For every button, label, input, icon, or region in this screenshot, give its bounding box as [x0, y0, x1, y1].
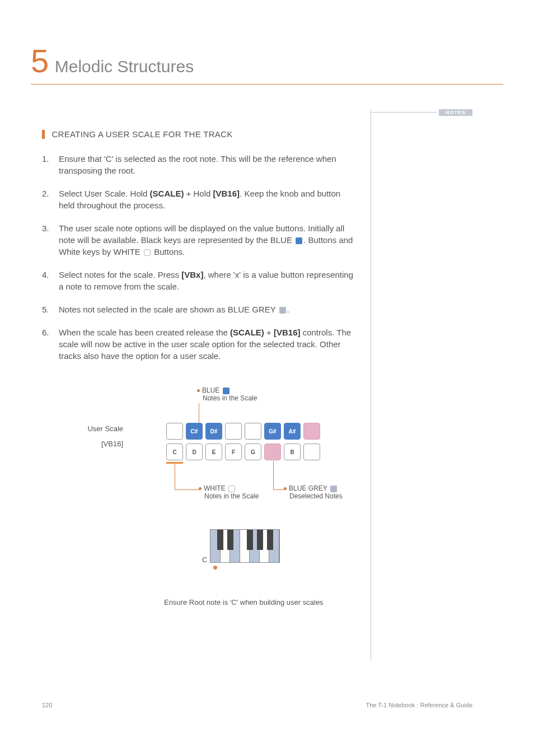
section-title: CREATING A USER SCALE FOR THE TRACK — [51, 129, 232, 139]
callout-grey-title: BLUE GREY — [289, 484, 327, 492]
vbx-control: [VBx] — [181, 270, 203, 279]
scale-button — [303, 444, 320, 460]
callout-white-title: WHITE — [204, 484, 226, 492]
step-1-text: Ensure that 'C' is selected as the root … — [59, 154, 336, 175]
scale-button: D# — [205, 423, 222, 440]
step-2: Select User Scale. Hold (SCALE) + Hold [… — [42, 188, 358, 211]
scale-button: C# — [186, 423, 203, 440]
mini-root-dot-icon — [213, 566, 217, 570]
scale-button — [264, 444, 281, 460]
black-key — [227, 530, 233, 550]
scale-button — [303, 423, 320, 440]
page-number: 120 — [42, 702, 52, 708]
vb16-label: [VB16] — [73, 440, 123, 448]
grey-swatch-icon — [279, 307, 286, 314]
notes-tab: NOTES — [439, 109, 472, 116]
step-2-c: + Hold — [184, 189, 213, 198]
white-swatch-icon — [228, 486, 235, 492]
callout-grey-sub: Deselected Notes — [289, 492, 343, 500]
scale-button: B — [284, 444, 301, 460]
scale-control: (SCALE) — [150, 189, 184, 198]
blue-swatch-icon — [296, 237, 302, 244]
step-1: Ensure that 'C' is selected as the root … — [42, 153, 358, 176]
callout-line — [175, 464, 175, 489]
mini-c-label: C — [202, 556, 207, 564]
callout-white: WHITE Notes in the Scale — [199, 484, 259, 500]
steps-list: Ensure that 'C' is selected as the root … — [42, 153, 358, 362]
mini-keyboard — [210, 529, 280, 563]
callout-line — [175, 489, 200, 490]
chapter-header: 5 Melodic Structures — [31, 42, 503, 85]
user-scale-label: User Scale — [73, 424, 123, 433]
callout-line — [273, 461, 274, 489]
black-key — [267, 530, 273, 550]
callout-dot-icon — [197, 389, 200, 392]
callout-blue-title: BLUE — [202, 386, 219, 394]
grey-swatch-icon — [330, 486, 337, 492]
callout-line — [273, 489, 285, 490]
diagram-caption: Ensure Root note is 'C' when building us… — [164, 598, 324, 606]
step-6-a: When the scale has been created release … — [59, 328, 230, 337]
black-key — [247, 530, 253, 550]
vb16-control: [VB16] — [213, 189, 240, 198]
vb16-control-2: [VB16] — [274, 328, 301, 337]
section-header: CREATING A USER SCALE FOR THE TRACK — [42, 129, 358, 139]
black-key — [257, 530, 263, 550]
scale-button — [225, 423, 242, 440]
callout-white-sub: Notes in the Scale — [204, 492, 259, 500]
scale-button: F — [225, 444, 242, 460]
footer-ref: The T-1 Notebook : Reference & Guide — [366, 702, 472, 708]
scale-button: G# — [264, 423, 281, 440]
notes-line — [371, 112, 437, 113]
callout-line — [199, 403, 199, 423]
scale-button: C — [166, 444, 183, 460]
step-4-a: Select notes for the scale. Press — [59, 270, 181, 279]
orange-indicator-icon — [166, 462, 183, 464]
step-6-c: + — [264, 328, 274, 337]
footer: 120 The T-1 Notebook : Reference & Guide — [42, 702, 472, 708]
callout-dot-icon — [284, 487, 287, 490]
callout-blue-sub: Notes in the Scale — [203, 394, 257, 402]
scale-control-2: (SCALE) — [230, 328, 264, 337]
scale-button — [245, 423, 261, 440]
blue-swatch-icon — [223, 388, 229, 394]
step-2-a: Select User Scale. Hold — [59, 189, 150, 198]
callout-blue: BLUE Notes in the Scale — [197, 386, 257, 402]
chapter-number: 5 — [31, 42, 49, 80]
scale-button: A# — [284, 423, 301, 440]
step-3: The user scale note options will be disp… — [42, 222, 358, 258]
step-3-c: Buttons. — [152, 247, 185, 256]
chapter-title: Melodic Structures — [55, 57, 194, 76]
step-4: Select notes for the scale. Press [VBx],… — [42, 269, 358, 292]
scale-button — [166, 423, 183, 440]
scale-button: D — [186, 444, 203, 460]
step-5-a: Notes not selected in the scale are show… — [59, 305, 278, 314]
section-bar-icon — [42, 130, 45, 139]
button-row-top: C#D#G#A# — [166, 423, 320, 440]
step-5: Notes not selected in the scale are show… — [42, 304, 358, 315]
button-row-bottom: CDEFGB — [166, 444, 320, 460]
scale-button: E — [205, 444, 222, 460]
black-key — [217, 530, 223, 550]
scale-button: G — [245, 444, 261, 460]
content-area: CREATING A USER SCALE FOR THE TRACK Ensu… — [42, 129, 358, 373]
step-6: When the scale has been created release … — [42, 326, 358, 362]
callout-grey: BLUE GREY Deselected Notes — [284, 484, 343, 500]
diagram-left-label: User Scale [VB16] — [73, 424, 123, 448]
callout-dot-icon — [199, 487, 202, 490]
step-5-b: . — [287, 305, 289, 314]
white-swatch-icon — [144, 249, 151, 256]
notes-divider — [371, 109, 371, 661]
